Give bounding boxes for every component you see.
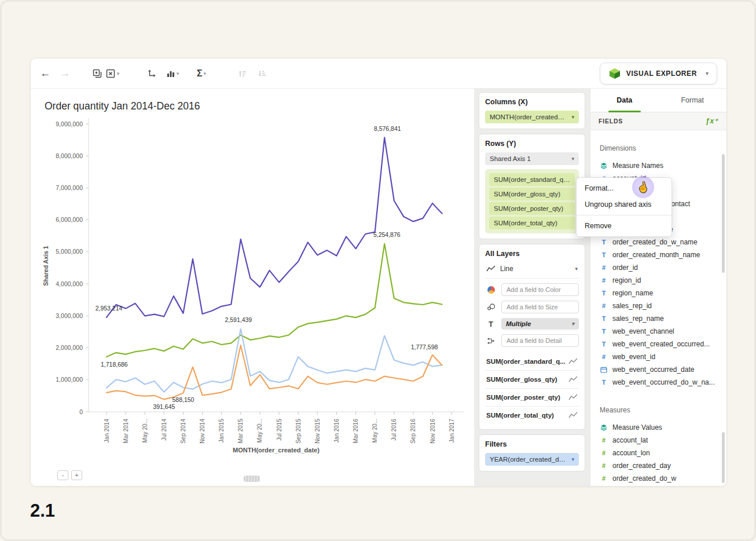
svg-text:1,000,000: 1,000,000 — [56, 376, 83, 383]
layers-field-icon — [600, 162, 608, 169]
bar-chart-icon[interactable]: ▾ — [165, 65, 180, 82]
rows-pill[interactable]: SUM(order_standard_qty) — [489, 173, 575, 186]
text-target-multiple[interactable]: Multiple ▾ — [501, 318, 579, 330]
layer-field-list: SUM(order_standard_q...SUM(order_gloss_q… — [485, 353, 579, 424]
svg-text:Nov 2014: Nov 2014 — [199, 419, 205, 444]
number-field-icon: # — [600, 449, 608, 456]
bar-chart-caret-icon: ▾ — [177, 71, 179, 76]
rows-shelf-title: Rows (Y) — [485, 140, 579, 148]
visual-explorer-button[interactable]: VISUAL EXPLORER ▾ — [600, 63, 717, 85]
field-item[interactable]: Tweb_event_channel — [600, 325, 726, 338]
chart-area: Order quantity Jan 2014-Dec 2016 Shared … — [31, 89, 474, 486]
layer-type-select[interactable]: Line ▾ — [485, 262, 579, 279]
shared-axis-caret-icon: ▾ — [571, 156, 574, 162]
field-item-label: account_lon — [612, 449, 650, 457]
field-item[interactable]: Tweb_event_created_occurred... — [600, 338, 726, 350]
layer-field-row[interactable]: SUM(order_total_qty) — [485, 406, 579, 424]
rows-pill[interactable]: SUM(order_total_qty) — [489, 217, 575, 229]
line-chart-type-icon — [486, 265, 496, 272]
svg-text:1,777,598: 1,777,598 — [411, 343, 438, 350]
explorer-caret-icon: ▾ — [706, 70, 709, 76]
zoom-in-button[interactable]: + — [71, 470, 82, 480]
svg-text:Sep 2014: Sep 2014 — [180, 419, 186, 444]
number-field-icon: # — [600, 475, 608, 482]
field-item-label: order_created_do_w_name — [612, 238, 698, 246]
layer-field-row[interactable]: SUM(order_gloss_qty) — [485, 370, 579, 388]
field-item-label: sales_rep_id — [612, 302, 652, 310]
forward-icon[interactable]: → — [57, 65, 72, 82]
order-quantity-line-chart[interactable]: 01,000,0002,000,0003,000,0004,000,0005,0… — [31, 101, 474, 448]
size-target-field[interactable]: Add a field to Size — [501, 301, 579, 313]
field-item[interactable]: #account_lat — [600, 434, 726, 447]
transpose-axes-icon[interactable] — [144, 65, 159, 82]
aggregate-sigma-icon[interactable]: Σ ▾ — [194, 65, 209, 82]
columns-pill-label: MONTH(order_created_d... — [490, 114, 568, 120]
remove-chart-icon[interactable]: ▾ — [105, 65, 120, 82]
sort-ascending-icon[interactable] — [234, 65, 249, 82]
toolbar: ← → ▾ ▾ Σ ▾ — [31, 59, 726, 89]
svg-text:Jul 2014: Jul 2014 — [161, 419, 167, 441]
measures-scrollbar-thumb[interactable] — [722, 432, 725, 483]
layers-field-icon — [600, 424, 608, 431]
field-item-label: order_id — [612, 264, 638, 272]
menu-item-format[interactable]: Format... — [577, 180, 671, 196]
line-mark-icon — [568, 376, 578, 383]
duplicate-chart-icon[interactable] — [90, 65, 105, 82]
number-field-icon: # — [600, 353, 608, 360]
fields-scrollbar-thumb[interactable] — [722, 154, 725, 273]
layer-field-row[interactable]: SUM(order_poster_qty) — [485, 388, 579, 406]
svg-text:7,000,000: 7,000,000 — [56, 184, 83, 191]
field-item[interactable]: #order_created_day — [600, 459, 726, 472]
detail-target-field[interactable]: Add a field to Detail — [501, 334, 579, 347]
back-icon[interactable]: ← — [38, 65, 53, 82]
field-item[interactable]: Tsales_rep_name — [600, 312, 726, 325]
field-item[interactable]: #region_id — [600, 274, 726, 287]
size-target-icon — [485, 303, 497, 311]
rows-pill[interactable]: SUM(order_gloss_qty) — [489, 188, 575, 200]
tab-data[interactable]: Data — [590, 89, 659, 112]
menu-item-ungroup-shared-axis[interactable]: Ungroup shared axis — [577, 196, 671, 213]
svg-text:Jul 2015: Jul 2015 — [276, 419, 282, 441]
sort-descending-icon[interactable] — [254, 65, 269, 82]
field-item[interactable]: #order_id — [600, 261, 726, 274]
field-item[interactable]: #web_event_id — [600, 350, 726, 363]
text-field-icon: T — [600, 290, 608, 297]
layer-field-row[interactable]: SUM(order_standard_q... — [485, 353, 579, 370]
field-item[interactable]: web_event_occurred_date — [600, 363, 726, 376]
svg-text:May 20...: May 20... — [372, 419, 378, 443]
svg-text:Nov 2015: Nov 2015 — [314, 419, 321, 444]
field-item[interactable]: #sales_rep_id — [600, 299, 726, 312]
rows-pill[interactable]: SUM(order_poster_qty) — [489, 202, 575, 215]
field-item[interactable]: #order_created_do_w — [600, 472, 726, 485]
field-item[interactable]: Tregion_name — [600, 287, 726, 299]
field-item-label: web_event_occurred_date — [612, 365, 694, 374]
columns-pill[interactable]: MONTH(order_created_d... ▾ — [485, 111, 579, 123]
zoom-out-button[interactable]: - — [57, 470, 68, 480]
number-field-icon: # — [600, 462, 608, 469]
add-calculation-icon[interactable]: ƒx⁺ — [706, 117, 718, 125]
menu-item-remove[interactable]: Remove — [577, 218, 671, 234]
shared-axis-dropdown[interactable]: Shared Axis 1 ▾ — [485, 152, 579, 165]
remove-chart-caret-icon: ▾ — [117, 71, 120, 76]
filters-shelf-title: Filters — [485, 440, 579, 448]
horizontal-scroll-handle[interactable] — [244, 476, 260, 482]
filters-pill-caret-icon: ▾ — [571, 456, 574, 462]
field-item[interactable]: Measure Names — [600, 159, 726, 172]
date-field-icon — [600, 366, 608, 373]
tab-format[interactable]: Format — [659, 89, 727, 112]
color-target-field[interactable]: Add a field to Color — [501, 283, 579, 296]
field-item[interactable]: #order_created_month — [600, 485, 726, 486]
filters-pill[interactable]: YEAR(order_created_date) ▾ — [485, 453, 579, 466]
text-field-icon: T — [600, 239, 608, 246]
field-item[interactable]: Torder_created_month_name — [600, 248, 726, 261]
field-item[interactable]: Torder_created_do_w_name — [600, 236, 726, 248]
field-item-label: region_id — [612, 276, 641, 284]
svg-text:May 20...: May 20... — [142, 419, 148, 443]
field-item[interactable]: Measure Values — [600, 421, 726, 434]
field-item[interactable]: Tweb_event_occurred_do_w_na... — [600, 376, 726, 389]
field-item[interactable]: #account_lon — [600, 447, 726, 459]
svg-text:1,718,686: 1,718,686 — [101, 361, 128, 368]
svg-text:5,000,000: 5,000,000 — [56, 248, 83, 255]
line-mark-icon — [568, 358, 578, 365]
rows-shelf: Rows (Y) Shared Axis 1 ▾ SUM(order_stand… — [479, 134, 585, 239]
